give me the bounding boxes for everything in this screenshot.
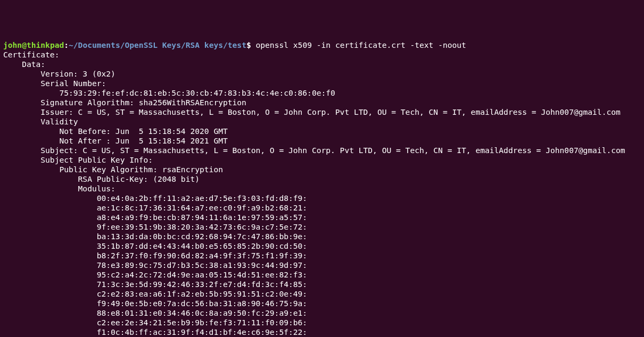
terminal[interactable]: john@thinkpad:~/Documents/OpenSSL Keys/R… [3,40,641,337]
prompt-dollar: $ [246,40,251,49]
output-line: Serial Number: [3,79,106,88]
command-input[interactable]: openssl x509 -in certificate.crt -text -… [251,40,466,49]
output-line: 95:c2:a4:2c:72:d4:9e:aa:05:15:4d:51:ee:8… [3,270,307,279]
output-line: Data: [3,60,45,69]
output-line: 78:e3:89:9c:75:d7:b3:5c:38:a1:93:9c:44:9… [3,260,307,269]
prompt-host: thinkpad [27,40,64,49]
output-line: 00:e4:0a:2b:ff:11:a2:ae:d7:5e:f3:03:fd:d… [3,193,307,203]
output-line: Certificate: [3,50,59,59]
output-line: ae:1c:8c:17:36:31:64:a7:ee:c0:9f:a9:b2:6… [3,203,307,212]
output-line: 75:93:29:fe:ef:dc:81:eb:5c:30:cb:47:83:b… [3,88,335,97]
output-line: ba:13:3d:da:0b:bc:cd:92:68:94:7c:47:86:b… [3,232,307,241]
output-line: f9:49:0e:5b:e0:7a:dc:56:ba:31:a8:90:46:7… [3,299,307,308]
output-line: Validity [3,117,78,126]
output-line: 88:e8:01:31:e0:34:46:0c:8a:a9:50:fc:29:a… [3,308,307,317]
output-line: Signature Algorithm: sha256WithRSAEncryp… [3,98,246,107]
output-line: Version: 3 (0x2) [3,69,115,78]
output-line: b8:2f:37:f0:f9:90:6d:82:a4:9f:3f:75:f1:9… [3,251,307,260]
output-line: RSA Public-Key: (2048 bit) [3,174,200,183]
output-line: Issuer: C = US, ST = Massachusetts, L = … [3,107,621,116]
output-line: Subject: C = US, ST = Massachusetts, L =… [3,146,625,155]
output-line: 9f:ee:39:51:9b:38:20:3a:42:73:6c:9a:c7:5… [3,222,307,231]
prompt-path: ~/Documents/OpenSSL Keys/RSA keys/test [69,40,246,49]
output-line: c2:ee:2e:34:21:5e:b9:9b:fe:f3:71:11:f0:0… [3,318,307,327]
prompt-user: john [3,40,22,49]
prompt-at: @ [22,40,27,49]
output-line: 35:1b:87:dd:e4:43:44:b0:e5:65:85:2b:90:c… [3,241,307,250]
prompt-colon: : [64,40,69,49]
prompt-line: john@thinkpad:~/Documents/OpenSSL Keys/R… [3,40,466,49]
output-line: Modulus: [3,184,115,193]
output-line: Public Key Algorithm: rsaEncryption [3,165,223,174]
output-line: 71:3c:3e:5d:99:42:46:33:2f:e7:d4:fd:3c:f… [3,280,307,289]
output-line: f1:0c:4b:ff:ac:31:9f:f4:d1:bf:4e:c6:9e:5… [3,327,307,336]
output-line: Subject Public Key Info: [3,155,153,164]
output-line: c2:e2:83:ea:a6:1f:a2:eb:5b:95:91:51:c2:0… [3,289,307,298]
output-line: Not Before: Jun 5 15:18:54 2020 GMT [3,127,228,136]
output-line: a8:e4:a9:f9:be:cb:87:94:11:6a:1e:97:59:a… [3,213,307,222]
output-line: Not After : Jun 5 15:18:54 2021 GMT [3,136,228,145]
